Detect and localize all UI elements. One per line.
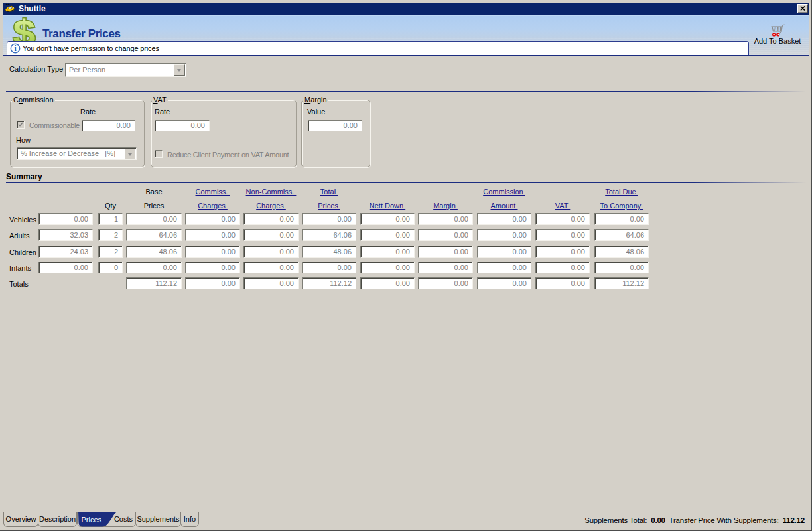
- svg-text:Prices: Prices: [82, 516, 102, 524]
